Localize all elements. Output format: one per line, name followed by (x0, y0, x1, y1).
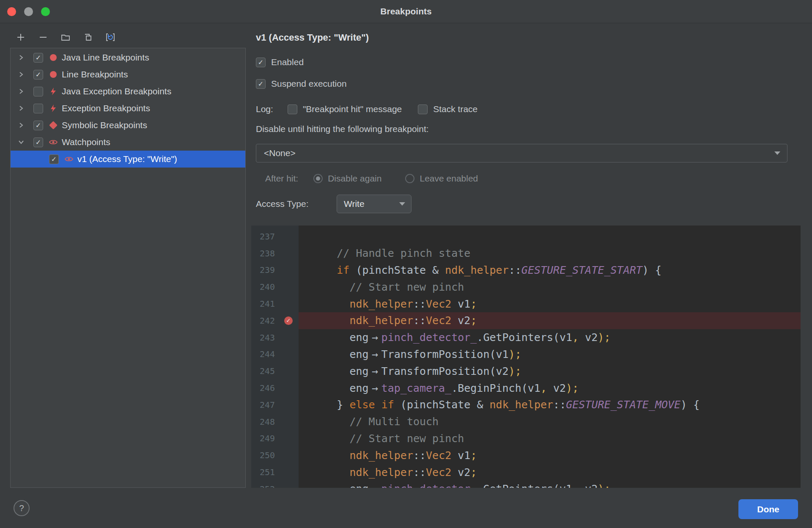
tree-item-checkbox[interactable] (33, 138, 43, 147)
code-line[interactable]: 245 eng→TransformPosition(v2); (251, 363, 801, 380)
tree-item[interactable]: v1 (Access Type: "Write") (11, 151, 245, 168)
code-line[interactable]: 238 // Handle pinch state (251, 245, 801, 262)
tree-item-label: v1 (Access Type: "Write") (77, 154, 177, 164)
line-number[interactable]: 240 (251, 282, 275, 292)
tree-item-label: Symbolic Breakpoints (62, 120, 147, 130)
leave-enabled-label: Leave enabled (420, 173, 478, 184)
disable-again-label: Disable again (328, 173, 381, 184)
tree-item-checkbox[interactable] (33, 121, 43, 130)
gutter[interactable] (275, 278, 299, 295)
chevron-right-icon[interactable] (16, 103, 26, 113)
breakpoint-circle-icon (48, 52, 58, 63)
group-by-icon[interactable] (60, 32, 71, 43)
code-line[interactable]: 242 ndk_helper::Vec2 v2; (251, 312, 801, 329)
line-number[interactable]: 248 (251, 417, 275, 427)
chevron-right-icon[interactable] (16, 69, 26, 80)
gutter[interactable] (275, 363, 299, 380)
line-number[interactable]: 244 (251, 349, 275, 359)
code-text: eng→tap_camera_.BeginPinch(v1, v2); (299, 382, 801, 394)
tree-item-checkbox[interactable] (49, 154, 59, 164)
gutter[interactable] (275, 380, 299, 396)
gutter[interactable] (275, 245, 299, 262)
code-line[interactable]: 250 ndk_helper::Vec2 v1; (251, 447, 801, 464)
disable-again-radio[interactable] (313, 174, 323, 183)
code-line[interactable]: 249 // Start new pinch (251, 430, 801, 447)
tree-item[interactable]: Line Breakpoints (11, 66, 245, 83)
tree-item-checkbox[interactable] (33, 70, 43, 80)
gutter[interactable] (275, 396, 299, 413)
code-line[interactable]: 252 eng→pinch_detector_.GetPointers(v1, … (251, 481, 801, 488)
code-line[interactable]: 251 ndk_helper::Vec2 v2; (251, 464, 801, 481)
line-number[interactable]: 245 (251, 366, 275, 376)
gutter[interactable] (275, 295, 299, 312)
stack-trace-checkbox[interactable] (418, 104, 428, 114)
tree-item-checkbox[interactable] (33, 104, 43, 113)
chevron-right-icon[interactable] (16, 52, 26, 63)
tree-item[interactable]: Symbolic Breakpoints (11, 117, 245, 134)
tree-item[interactable]: Watchpoints (11, 134, 245, 151)
line-number[interactable]: 237 (251, 231, 275, 242)
code-text: ndk_helper::Vec2 v2; (299, 314, 801, 327)
disable-until-label: Disable until hitting the following brea… (256, 124, 429, 134)
line-number[interactable]: 238 (251, 248, 275, 258)
line-number[interactable]: 251 (251, 467, 275, 477)
code-line[interactable]: 248 // Multi touch (251, 413, 801, 430)
breakpoint-title: v1 (Access Type: "Write") (256, 32, 369, 43)
suspend-execution-checkbox[interactable] (256, 79, 266, 89)
chevron-right-icon[interactable] (16, 86, 26, 96)
help-button[interactable]: ? (14, 500, 30, 516)
line-number[interactable]: 249 (251, 433, 275, 443)
exception-bolt-icon (48, 86, 58, 96)
line-number[interactable]: 250 (251, 450, 275, 460)
reset-view-icon[interactable] (105, 32, 116, 43)
after-hit-row: After hit: Disable again Leave enabled (265, 173, 478, 184)
tree-item[interactable]: Exception Breakpoints (11, 100, 245, 117)
code-text: if (pinchState & ndk_helper::GESTURE_STA… (299, 264, 801, 276)
line-number[interactable]: 241 (251, 299, 275, 309)
access-type-combo[interactable]: Write (337, 195, 411, 213)
gutter[interactable] (275, 464, 299, 481)
tree-item-checkbox[interactable] (33, 87, 43, 96)
chevron-right-icon[interactable] (16, 120, 26, 130)
gutter[interactable] (275, 413, 299, 430)
line-number[interactable]: 239 (251, 265, 275, 275)
tree-item[interactable]: Java Line Breakpoints (11, 49, 245, 66)
line-number[interactable]: 242 (251, 316, 275, 326)
gutter[interactable] (275, 430, 299, 447)
watchpoint-verified-icon[interactable] (284, 316, 293, 325)
done-button[interactable]: Done (738, 499, 798, 519)
gutter[interactable] (275, 228, 299, 245)
line-number[interactable]: 252 (251, 484, 275, 488)
code-line[interactable]: 244 eng→TransformPosition(v1); (251, 346, 801, 363)
code-line[interactable]: 240 // Start new pinch (251, 278, 801, 295)
code-line[interactable]: 243 eng→pinch_detector_.GetPointers(v1, … (251, 329, 801, 346)
remove-icon[interactable] (38, 32, 49, 43)
gutter[interactable] (275, 481, 299, 488)
leave-enabled-radio[interactable] (405, 174, 414, 183)
disable-until-select[interactable]: <None> (256, 144, 787, 162)
code-line[interactable]: 237 (251, 228, 801, 245)
line-number[interactable]: 243 (251, 333, 275, 343)
tree-item-checkbox[interactable] (33, 53, 43, 63)
stack-trace-label: Stack trace (433, 104, 477, 114)
move-to-group-icon[interactable] (82, 32, 93, 43)
breakpoint-hit-message-checkbox[interactable] (288, 104, 297, 114)
code-line[interactable]: 246 eng→tap_camera_.BeginPinch(v1, v2); (251, 380, 801, 396)
gutter[interactable] (275, 329, 299, 346)
chevron-down-icon (774, 151, 780, 155)
code-line[interactable]: 241 ndk_helper::Vec2 v1; (251, 295, 801, 312)
gutter[interactable] (275, 262, 299, 279)
code-line[interactable]: 239 if (pinchState & ndk_helper::GESTURE… (251, 262, 801, 279)
gutter[interactable] (275, 346, 299, 363)
add-icon[interactable] (15, 32, 26, 43)
chevron-down-icon[interactable] (16, 137, 26, 147)
code-text: ndk_helper::Vec2 v1; (299, 449, 801, 462)
enabled-checkbox[interactable] (256, 58, 266, 67)
tree-item[interactable]: Java Exception Breakpoints (11, 83, 245, 100)
code-line[interactable]: 247 } else if (pinchState & ndk_helper::… (251, 396, 801, 413)
line-number[interactable]: 246 (251, 383, 275, 393)
gutter[interactable] (275, 447, 299, 464)
gutter[interactable] (275, 312, 299, 329)
line-number[interactable]: 247 (251, 400, 275, 410)
chevron-down-icon (399, 202, 405, 206)
